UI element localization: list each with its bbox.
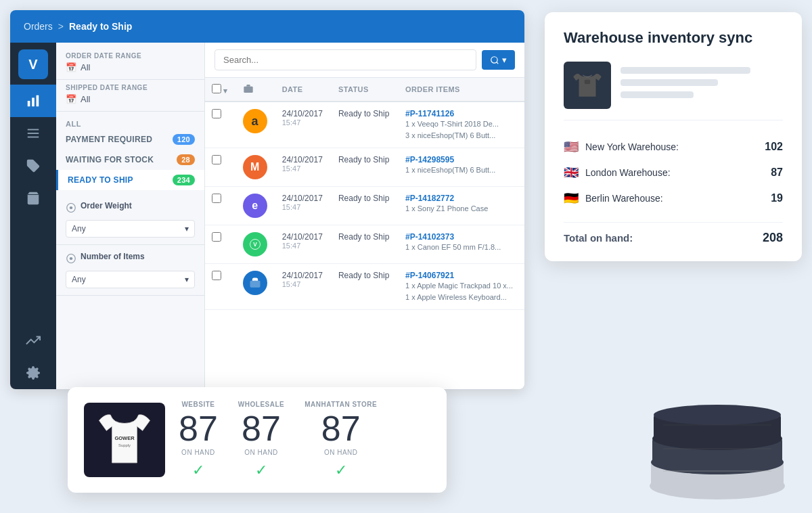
status-payment-required[interactable]: PAYMENT REQUIRED 120 (56, 129, 204, 150)
app-window: Orders > Ready to Ship V (10, 10, 524, 389)
svg-rect-12 (585, 79, 590, 84)
london-warehouse-name: London Warehouse: (585, 167, 764, 178)
slider-icon: ⦿ (66, 202, 76, 215)
shipped-date-value[interactable]: 📅 All (66, 94, 195, 104)
tshirt-icon: GOWER Supply (91, 408, 158, 472)
row-items: #P-14298595 1 x niceEshop(TM) 6 Butt... (399, 148, 524, 187)
order-link[interactable]: #P-14067921 (405, 271, 454, 280)
nav-orders[interactable] (10, 117, 56, 150)
order-link[interactable]: #P-14182772 (405, 194, 454, 203)
row-items: #P-11741126 1 x Veeqo T-Shirt 2018 De...… (399, 102, 524, 148)
orders-area: ▾ ▾ DATE (205, 43, 524, 389)
wholesale-channel-count: 87 (242, 411, 281, 446)
shipped-date-filter: SHIPPED DATE RANGE 📅 All (56, 84, 204, 112)
status-value: Ready to Ship (338, 194, 389, 203)
breadcrumb: Orders > Ready to Ship (24, 21, 132, 32)
row-channel: a (236, 102, 275, 148)
website-channel-count: 87 (179, 411, 218, 446)
col-order-items[interactable]: ORDER ITEMS (399, 78, 524, 102)
row-checkbox[interactable] (212, 109, 221, 118)
order-link[interactable]: #P-14298595 (405, 155, 454, 164)
status-ready-ship[interactable]: READY TO SHIP 234 (56, 170, 204, 190)
nav-cart[interactable] (10, 182, 56, 215)
row-checkbox-cell (205, 225, 236, 264)
hoodie-icon (570, 68, 604, 102)
date-value: 24/10/2017 (282, 271, 325, 280)
order-weight-select[interactable]: Any ▾ (66, 220, 195, 238)
uk-flag-icon: 🇬🇧 (564, 165, 579, 180)
number-items-select[interactable]: Any ▾ (66, 271, 195, 288)
warehouse-row-ny: 🇺🇸 New York Warehouse: 102 (564, 134, 783, 160)
status-waiting-stock[interactable]: WAITING FOR STOCK 28 (56, 150, 204, 170)
search-input[interactable] (215, 49, 476, 70)
search-button[interactable]: ▾ (482, 50, 515, 70)
order-items-text: 1 x Canon EF 50 mm F/1.8... (405, 242, 518, 253)
svg-rect-2 (37, 95, 39, 107)
row-status: Ready to Ship (332, 187, 399, 225)
col-sort-icon: ▾ (223, 87, 227, 95)
col-status[interactable]: STATUS (332, 78, 399, 102)
inv-channel-website: WEBSITE 87 ON HAND ✓ (179, 401, 218, 479)
time-value: 15:47 (282, 280, 325, 288)
channel-icon: e (243, 194, 267, 218)
de-flag-icon: 🇩🇪 (564, 191, 579, 206)
order-date-label: ORDER DATE RANGE (66, 52, 195, 60)
row-date: 24/10/2017 15:47 (275, 187, 332, 225)
website-check-icon: ✓ (192, 462, 204, 479)
row-checkbox[interactable] (212, 155, 221, 164)
table-row: e 24/10/2017 15:47 Ready to Ship #P-1418… (205, 187, 524, 225)
warehouse-title: Warehouse inventory sync (564, 28, 783, 48)
table-body: a 24/10/2017 15:47 Ready to Ship #P-1174… (205, 102, 524, 310)
waiting-badge: 28 (177, 154, 195, 165)
website-channel-label: ON HAND (181, 449, 215, 456)
svg-text:Supply: Supply (118, 443, 131, 447)
app-logo: V (18, 49, 48, 79)
date-value: 24/10/2017 (282, 109, 325, 118)
inv-channels: WEBSITE 87 ON HAND ✓ WHOLESALE 87 ON HAN… (179, 401, 430, 479)
order-link[interactable]: #P-11741126 (405, 109, 454, 118)
product-line-2 (621, 79, 718, 86)
order-weight-filter: ⦿ Order Weight Any ▾ (56, 194, 204, 245)
select-all-checkbox[interactable] (212, 84, 221, 93)
search-bar: ▾ (205, 43, 524, 78)
table-row: a 24/10/2017 15:47 Ready to Ship #P-1174… (205, 102, 524, 148)
nav-tags[interactable] (10, 150, 56, 182)
row-checkbox-cell (205, 148, 236, 187)
row-checkbox[interactable] (212, 271, 221, 280)
svg-text:GOWER: GOWER (114, 435, 135, 441)
order-link[interactable]: #P-14102373 (405, 232, 454, 242)
channel-icon (243, 271, 267, 295)
row-checkbox[interactable] (212, 194, 221, 203)
status-list: PAYMENT REQUIRED 120 WAITING FOR STOCK 2… (56, 129, 204, 194)
status-value: Ready to Ship (338, 271, 389, 280)
nav-dashboard[interactable] (10, 85, 56, 117)
number-items-slider-row: ⦿ Number of Items (66, 252, 195, 267)
list-icon (26, 126, 41, 141)
warehouse-card: Warehouse inventory sync 🇺🇸 New York War… (545, 12, 802, 261)
order-items-text: 1 x Apple Magic Trackpad 10 x... 1 x App… (405, 280, 518, 303)
svg-rect-4 (28, 133, 39, 134)
status-value: Ready to Ship (338, 155, 389, 164)
manhattan-channel-name: MANHATTAN STORE (304, 401, 377, 408)
tag-icon (26, 158, 41, 173)
time-value: 15:47 (282, 164, 325, 173)
svg-text:V: V (253, 241, 257, 248)
wholesale-check-icon: ✓ (255, 462, 267, 479)
svg-rect-3 (28, 129, 39, 131)
row-checkbox[interactable] (212, 232, 221, 242)
order-date-value[interactable]: 📅 All (66, 62, 195, 72)
chevron-down-icon-2: ▾ (185, 275, 189, 284)
order-date-filter: ORDER DATE RANGE 📅 All (56, 52, 204, 80)
col-date[interactable]: DATE (275, 78, 332, 102)
breadcrumb-orders[interactable]: Orders (24, 21, 53, 32)
row-channel: V (236, 225, 275, 264)
manhattan-check-icon: ✓ (335, 462, 347, 479)
row-checkbox-cell (205, 187, 236, 225)
nav-settings[interactable] (10, 357, 56, 389)
row-date: 24/10/2017 15:47 (275, 225, 332, 264)
channel-icon: M (243, 155, 267, 179)
total-count: 208 (763, 231, 783, 245)
nav-analytics[interactable] (10, 324, 56, 357)
row-date: 24/10/2017 15:47 (275, 148, 332, 187)
order-items-text: 1 x Sony Z1 Phone Case (405, 203, 518, 215)
